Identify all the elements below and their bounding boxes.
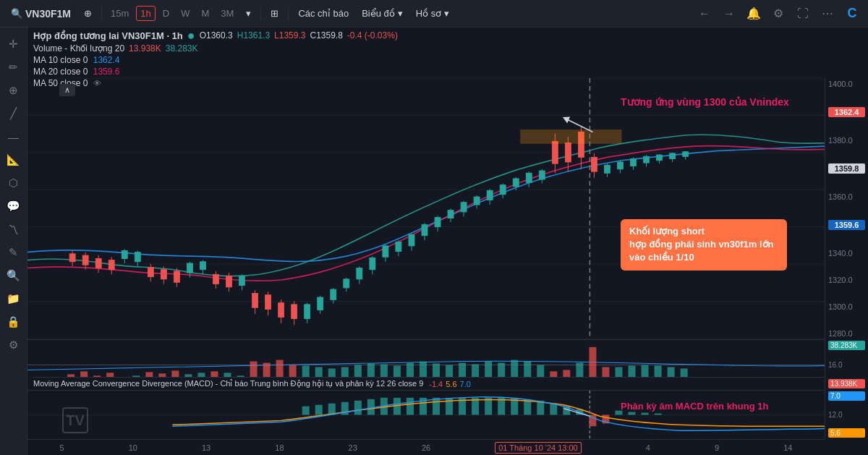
share-btn[interactable]: ⋯	[817, 4, 838, 24]
svg-rect-41	[200, 262, 205, 270]
svg-rect-89	[644, 156, 650, 163]
macd-svg	[27, 391, 825, 439]
fib-tool[interactable]: 〽	[3, 218, 25, 240]
zoom-tool[interactable]: 🔍	[3, 265, 25, 286]
left-sidebar: ✛ ✏ ⊕ ╱ — 📐 ⬡ 💬 〽 ✎ 🔍 📁 🔒 ⚙	[0, 27, 27, 455]
chart-title: Hợp đồng tương lai VN30F1M · 1h	[33, 30, 183, 41]
chart-style-btn[interactable]: ⊞	[265, 6, 284, 21]
price-close: C1359.8	[310, 30, 342, 41]
svg-rect-81	[539, 171, 545, 179]
price-high: H1361.3	[237, 30, 270, 41]
svg-rect-181	[642, 413, 649, 415]
price-level-1400: 1400.0	[828, 80, 865, 88]
svg-rect-35	[122, 250, 127, 258]
tf-1h[interactable]: 1h	[136, 6, 155, 21]
svg-rect-65	[435, 218, 441, 227]
divider3	[288, 7, 289, 21]
svg-rect-182	[655, 414, 662, 415]
fullscreen-btn[interactable]: ⛶	[793, 4, 813, 24]
svg-rect-25	[226, 276, 231, 286]
crosshair-tool[interactable]: ⊕	[3, 80, 25, 101]
svg-rect-85	[617, 162, 623, 169]
shape-tool[interactable]: ⬡	[3, 172, 25, 194]
ma20-val: 1359.6	[93, 67, 120, 77]
svg-rect-23	[213, 274, 218, 284]
svg-rect-45	[305, 305, 310, 319]
line-tool[interactable]: ╱	[3, 103, 25, 124]
price-level-1380: 1380.0	[828, 136, 865, 145]
macd-val-sig: 5.6	[446, 380, 456, 388]
price-level-1280: 1280.0	[828, 329, 865, 338]
svg-rect-33	[292, 305, 297, 319]
price-badge-white: 1359.8	[828, 163, 865, 174]
svg-rect-39	[187, 263, 192, 273]
tf-D[interactable]: D	[158, 6, 174, 21]
svg-rect-176	[550, 404, 557, 415]
vol-badge-green: 38.283K	[828, 341, 865, 350]
settings-btn[interactable]: ⚙	[768, 4, 788, 24]
lock-tool[interactable]: 🔒	[3, 311, 25, 333]
main-chart-canvas[interactable]	[27, 78, 825, 339]
price-open: O1360.3	[200, 30, 233, 41]
vol-badge-red: 13.938K	[828, 379, 865, 388]
draw-tool[interactable]: ✏	[3, 56, 25, 78]
redo-btn[interactable]: →	[719, 4, 739, 24]
svg-rect-69	[461, 203, 467, 212]
svg-rect-31	[278, 303, 284, 318]
tf-3M[interactable]: 3M	[216, 6, 238, 21]
macd-badge-orange: 5.6	[828, 428, 865, 438]
svg-rect-165	[407, 398, 414, 415]
time-axis: 5 10 13 18 23 26 01 Tháng 10 '24 13:00 4…	[27, 439, 825, 455]
svg-rect-53	[357, 268, 362, 279]
alert-btn[interactable]: 🔔	[744, 4, 764, 24]
macd-badge-blue: 7.0	[828, 391, 865, 401]
svg-rect-37	[135, 252, 140, 262]
vol-val1: 13.938K	[129, 43, 161, 54]
collapse-btn[interactable]: ∧	[59, 84, 75, 96]
cursor-tool[interactable]: ✛	[3, 33, 25, 55]
macd-val-hist: 7.0	[460, 380, 471, 388]
svg-rect-157	[302, 407, 310, 415]
tf-W[interactable]: W	[176, 6, 194, 21]
svg-rect-49	[331, 289, 336, 299]
price-level-1340: 1340.0	[828, 249, 865, 258]
svg-rect-73	[487, 190, 493, 200]
svg-rect-161	[354, 401, 362, 415]
h-line-tool[interactable]: —	[3, 126, 25, 148]
text-tool[interactable]: 💬	[3, 195, 25, 217]
logo-btn: C	[842, 4, 862, 24]
add-indicator-btn[interactable]: ⊕	[79, 6, 97, 21]
time-13: 13	[202, 443, 210, 452]
svg-rect-77	[513, 179, 519, 187]
tv-watermark: TV	[62, 407, 88, 433]
svg-rect-57	[383, 246, 388, 257]
time-9: 9	[715, 443, 719, 452]
svg-rect-43	[239, 276, 245, 285]
top-toolbar: 🔍 VN30F1M ⊕ 15m 1h D W M 3M ▾ ⊞ Các chỉ …	[0, 0, 868, 27]
svg-rect-71	[474, 197, 480, 205]
vol-val2: 38.283K	[166, 43, 198, 54]
svg-rect-180	[629, 412, 636, 415]
brush-tool[interactable]: ✎	[3, 242, 25, 263]
macd-val-neg: -1.4	[429, 380, 443, 388]
folder-tool[interactable]: 📁	[3, 288, 25, 310]
svg-rect-75	[500, 185, 506, 195]
indicators-btn[interactable]: Các chỉ báo	[293, 6, 354, 21]
time-5: 5	[60, 443, 64, 452]
svg-rect-17	[148, 267, 153, 276]
search-symbol[interactable]: 🔍 VN30F1M	[6, 6, 76, 22]
chart-type-btn[interactable]: Biểu đồ ▾	[357, 6, 408, 21]
svg-rect-27	[252, 294, 258, 308]
ruler-tool[interactable]: 📐	[3, 149, 25, 171]
tf-M[interactable]: M	[197, 6, 213, 21]
undo-btn[interactable]: ←	[694, 4, 715, 24]
history-btn[interactable]: Hồ sơ ▾	[411, 6, 455, 21]
tf-dropdown[interactable]: ▾	[241, 6, 256, 21]
settings-tool[interactable]: ⚙	[3, 334, 25, 356]
svg-rect-99	[565, 143, 571, 162]
symbol-label: VN30F1M	[25, 8, 71, 20]
price-badge-blue: 1359.6	[828, 220, 865, 230]
macd-level: 12.0	[828, 411, 865, 419]
tf-15m[interactable]: 15m	[106, 6, 133, 21]
svg-rect-83	[604, 165, 610, 173]
